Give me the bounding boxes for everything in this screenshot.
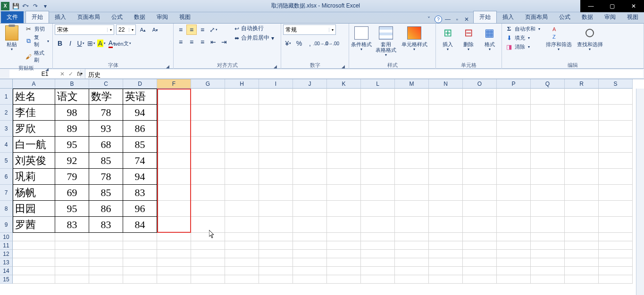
- column-header-O[interactable]: O: [463, 79, 497, 89]
- align-center-button[interactable]: ≡: [186, 37, 197, 47]
- cell[interactable]: [531, 267, 565, 275]
- cell[interactable]: [497, 105, 531, 121]
- cell[interactable]: 85: [89, 185, 123, 201]
- row-header-7[interactable]: 7: [0, 185, 13, 201]
- row-header-11[interactable]: 11: [0, 241, 13, 250]
- cell[interactable]: [327, 233, 361, 241]
- wrap-text-button[interactable]: ↩自动换行: [234, 25, 274, 33]
- cell[interactable]: [157, 121, 191, 137]
- cell[interactable]: [293, 233, 327, 241]
- cell[interactable]: 英语: [123, 89, 157, 105]
- tab-数据[interactable]: 数据: [128, 11, 151, 23]
- cell[interactable]: [191, 267, 225, 275]
- cell[interactable]: [259, 137, 293, 153]
- cell[interactable]: [191, 169, 225, 185]
- cell[interactable]: [55, 241, 89, 250]
- cell[interactable]: 刘英俊: [13, 153, 55, 169]
- cell[interactable]: [55, 275, 89, 284]
- font-name-combo[interactable]: ▾: [55, 25, 114, 35]
- row-header-6[interactable]: 6: [0, 169, 13, 185]
- format-button[interactable]: ▦格式▾: [480, 25, 500, 51]
- cell[interactable]: [395, 137, 429, 153]
- cell[interactable]: [565, 121, 599, 137]
- cell[interactable]: [191, 241, 225, 250]
- cell[interactable]: [327, 241, 361, 250]
- cell[interactable]: [191, 233, 225, 241]
- cell[interactable]: [225, 258, 259, 267]
- cell[interactable]: [191, 89, 225, 105]
- cell[interactable]: [225, 267, 259, 275]
- cell[interactable]: 数学: [89, 89, 123, 105]
- cell[interactable]: [55, 258, 89, 267]
- cell[interactable]: [463, 105, 497, 121]
- cell[interactable]: [531, 105, 565, 121]
- column-header-R[interactable]: R: [565, 79, 599, 89]
- cell[interactable]: [293, 137, 327, 153]
- cell[interactable]: [463, 250, 497, 258]
- italic-button[interactable]: I: [65, 38, 75, 49]
- cell[interactable]: [599, 121, 633, 137]
- cell[interactable]: [497, 153, 531, 169]
- shrink-font-button[interactable]: A▾: [150, 25, 160, 35]
- cell[interactable]: [191, 275, 225, 284]
- cell[interactable]: 84: [123, 217, 157, 233]
- row-header-12[interactable]: 12: [0, 250, 13, 258]
- cell[interactable]: [225, 241, 259, 250]
- cell[interactable]: [497, 217, 531, 233]
- cell[interactable]: [191, 201, 225, 217]
- cell[interactable]: [531, 217, 565, 233]
- cell[interactable]: [429, 217, 463, 233]
- cell[interactable]: [463, 241, 497, 250]
- cell[interactable]: [123, 267, 157, 275]
- cell[interactable]: [123, 250, 157, 258]
- cell[interactable]: [361, 153, 395, 169]
- cell[interactable]: 79: [55, 169, 89, 185]
- cell[interactable]: [13, 267, 55, 275]
- cell[interactable]: 78: [89, 105, 123, 121]
- cell[interactable]: [89, 275, 123, 284]
- cell[interactable]: [327, 258, 361, 267]
- cell[interactable]: 69: [55, 185, 89, 201]
- copy-button[interactable]: ⧉复制▾: [24, 33, 50, 49]
- cell[interactable]: 68: [89, 137, 123, 153]
- column-header-N[interactable]: N: [429, 79, 463, 89]
- cell[interactable]: [497, 250, 531, 258]
- cell[interactable]: [531, 169, 565, 185]
- tab-0[interactable]: 开始: [473, 11, 497, 23]
- cell[interactable]: 杨帆: [13, 185, 55, 201]
- font-size-combo[interactable]: ▾: [116, 25, 136, 35]
- cell[interactable]: [293, 89, 327, 105]
- border-button[interactable]: ⊞▾: [86, 38, 96, 49]
- cell[interactable]: 92: [55, 153, 89, 169]
- chevron-down-icon[interactable]: ▾: [129, 28, 135, 32]
- cell[interactable]: [191, 217, 225, 233]
- cell[interactable]: [361, 121, 395, 137]
- align-top-button[interactable]: ≡: [176, 25, 186, 35]
- column-header-B[interactable]: B: [55, 79, 89, 89]
- font-launcher[interactable]: ◢: [165, 63, 170, 68]
- cell[interactable]: 74: [123, 153, 157, 169]
- cell[interactable]: [531, 233, 565, 241]
- cell[interactable]: [599, 275, 633, 284]
- autosum-button[interactable]: Σ自动求和▾: [504, 25, 542, 33]
- number-format-combo[interactable]: ▾: [283, 25, 336, 35]
- cell[interactable]: [293, 105, 327, 121]
- cell[interactable]: [599, 185, 633, 201]
- cell[interactable]: [157, 241, 191, 250]
- cell[interactable]: [259, 105, 293, 121]
- cell[interactable]: 田园: [13, 201, 55, 217]
- tab-5[interactable]: 审阅: [599, 11, 621, 23]
- cell[interactable]: [565, 217, 599, 233]
- cell[interactable]: [327, 267, 361, 275]
- cell[interactable]: [123, 233, 157, 241]
- cells-grid[interactable]: 姓名语文数学英语李佳987894罗欣899386白一航956885刘英俊9285…: [13, 89, 636, 295]
- cell[interactable]: [497, 89, 531, 105]
- cell[interactable]: [327, 185, 361, 201]
- cell[interactable]: [565, 250, 599, 258]
- cell[interactable]: [259, 89, 293, 105]
- cell[interactable]: 94: [123, 105, 157, 121]
- tab-开始[interactable]: 开始: [25, 11, 49, 23]
- chevron-down-icon[interactable]: ▾: [107, 28, 114, 32]
- cell[interactable]: [157, 105, 191, 121]
- cell[interactable]: 罗茜: [13, 217, 55, 233]
